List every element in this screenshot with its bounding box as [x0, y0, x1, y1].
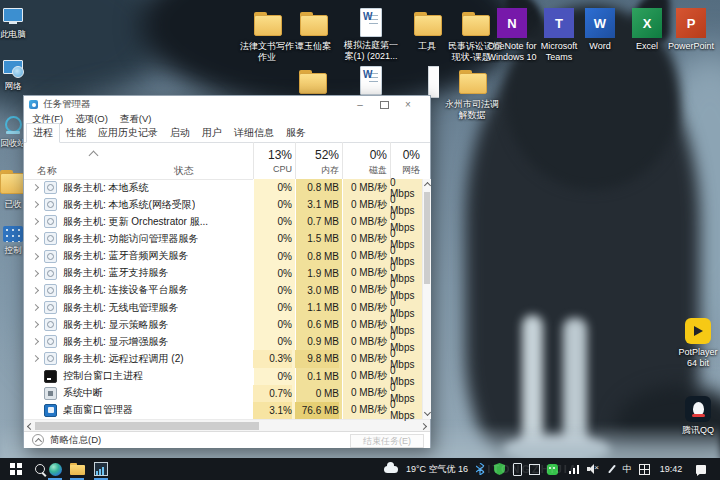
- process-row[interactable]: 系统中断 0.7% 0 MB 0 MB/秒 0 Mbps: [24, 385, 422, 402]
- vertical-scroll-thumb[interactable]: [424, 192, 430, 284]
- desktop-icon[interactable]: W: [343, 66, 399, 98]
- cpu-value: 0%: [253, 213, 292, 230]
- desktop-icon-label: 模拟法庭第一 案(1) (2021...: [344, 40, 398, 62]
- expand-chevron-icon[interactable]: [32, 201, 39, 208]
- process-row[interactable]: 服务主机: 功能访问管理器服务 0% 1.5 MB 0 MB/秒 0 Mbps: [24, 230, 422, 247]
- desktop-icon-label: Word: [589, 41, 610, 52]
- minimize-button[interactable]: –: [348, 96, 372, 113]
- desktop-icon[interactable]: PotPlayer 64 bit: [672, 318, 720, 369]
- expand-chevron-icon[interactable]: [32, 270, 39, 277]
- desktop-icon-image: [685, 318, 711, 344]
- title-bar[interactable]: 任务管理器 – ×: [24, 96, 430, 113]
- scroll-up-icon[interactable]: [424, 182, 431, 189]
- memory-value: 9.8 MB: [295, 350, 339, 367]
- process-icon: [44, 301, 57, 314]
- disk-value: 0 MB/秒: [342, 350, 387, 367]
- process-row[interactable]: 服务主机: 显示策略服务 0% 0.6 MB 0 MB/秒 0 Mbps: [24, 316, 422, 333]
- desktop-icon[interactable]: W 模拟法庭第一 案(1) (2021...: [343, 8, 399, 62]
- desktop-icon[interactable]: 腾讯QQ: [672, 396, 720, 436]
- column-header-disk[interactable]: 磁盘: [342, 164, 387, 177]
- clock[interactable]: 19:42: [654, 458, 688, 480]
- desktop-icon[interactable]: 谭玉仙案: [285, 8, 341, 52]
- memory-total-percent[interactable]: 52%: [295, 148, 339, 162]
- tab[interactable]: 进程: [26, 123, 60, 143]
- process-row[interactable]: 服务主机: 显示增强服务 0% 0.9 MB 0 MB/秒 0 Mbps: [24, 333, 422, 350]
- volume-tray[interactable]: ×: [585, 458, 601, 480]
- expand-chevron-icon[interactable]: [32, 287, 39, 294]
- cpu-total-percent[interactable]: 13%: [253, 148, 292, 162]
- expand-chevron-icon[interactable]: [32, 355, 39, 362]
- expand-chevron-icon[interactable]: [32, 218, 39, 225]
- cpu-value: 0.3%: [253, 350, 292, 367]
- pen-tray[interactable]: [606, 458, 618, 480]
- tab[interactable]: 详细信息: [228, 124, 280, 142]
- column-header-cpu[interactable]: CPU: [253, 164, 292, 174]
- tab[interactable]: 服务: [280, 124, 312, 142]
- desktop-icon[interactable]: 网络: [0, 60, 26, 91]
- process-icon: [44, 352, 57, 365]
- close-button[interactable]: ×: [396, 96, 420, 113]
- cpu-value: 0%: [253, 265, 292, 282]
- ime-mode-button[interactable]: 中: [620, 458, 634, 480]
- expand-chevron-icon[interactable]: [32, 184, 39, 191]
- process-name: 服务主机: 本地系统(网络受限): [63, 198, 195, 212]
- column-header-status[interactable]: 状态: [174, 164, 194, 178]
- expand-chevron-icon[interactable]: [32, 321, 39, 328]
- process-row[interactable]: 服务主机: 蓝牙音频网关服务 0% 0.8 MB 0 MB/秒 0 Mbps: [24, 248, 422, 265]
- tab[interactable]: 用户: [196, 124, 228, 142]
- process-row[interactable]: 服务主机: 连接设备平台服务 0% 3.0 MB 0 MB/秒 0 Mbps: [24, 282, 422, 299]
- process-row[interactable]: 服务主机: 本地系统(网络受限) 0% 3.1 MB 0 MB/秒 0 Mbps: [24, 196, 422, 213]
- start-button[interactable]: [4, 458, 28, 480]
- scroll-left-icon[interactable]: [27, 423, 34, 430]
- disk-total-percent[interactable]: 0%: [342, 148, 387, 162]
- desktop-icon-label: OneNote for Windows 10: [487, 41, 536, 63]
- process-row[interactable]: 桌面窗口管理器 3.1% 76.6 MB 0 MB/秒 0 Mbps: [24, 402, 422, 419]
- process-icon: [44, 387, 57, 400]
- desktop-icon[interactable]: 此电脑: [0, 8, 26, 39]
- weather-info[interactable]: 19°C 空气优 16: [401, 458, 473, 480]
- desktop-icon-label: 永州市司法调 解数据: [445, 99, 499, 121]
- scroll-right-icon[interactable]: [420, 423, 427, 430]
- process-row[interactable]: 控制台窗口主进程 0% 0.1 MB 0 MB/秒 0 Mbps: [24, 368, 422, 385]
- column-header-name[interactable]: 名称: [37, 164, 57, 178]
- scroll-down-icon[interactable]: [424, 409, 431, 416]
- column-header-memory[interactable]: 内存: [295, 164, 339, 177]
- process-row[interactable]: 服务主机: 蓝牙支持服务 0% 1.9 MB 0 MB/秒 0 Mbps: [24, 265, 422, 282]
- expand-chevron-icon[interactable]: [32, 338, 39, 345]
- vertical-scrollbar[interactable]: [422, 179, 431, 419]
- desktop-icon[interactable]: P PowerPoint: [663, 8, 719, 52]
- process-row[interactable]: 服务主机: 本地系统 0% 0.8 MB 0 MB/秒 0 Mbps: [24, 179, 422, 196]
- tab[interactable]: 性能: [60, 124, 92, 142]
- horizontal-scroll-thumb[interactable]: [35, 422, 259, 430]
- expand-chevron-icon[interactable]: [32, 304, 39, 311]
- weather-tray-icon[interactable]: [382, 458, 400, 480]
- tab[interactable]: 应用历史记录: [92, 124, 164, 142]
- taskbar-edge[interactable]: [47, 458, 63, 480]
- process-row[interactable]: 服务主机: 更新 Orchestrator 服... 0% 0.7 MB 0 M…: [24, 213, 422, 230]
- details-toggle-icon[interactable]: [32, 434, 44, 446]
- column-header-network[interactable]: 网络: [384, 164, 420, 177]
- details-toggle-label[interactable]: 简略信息(D): [50, 434, 101, 447]
- time-text: 19:42: [660, 464, 683, 474]
- keyboard-tray[interactable]: [637, 458, 651, 480]
- process-row[interactable]: 服务主机: 远程过程调用 (2) 0.3% 9.8 MB 0 MB/秒 0 Mb…: [24, 350, 422, 367]
- cpu-value: 0%: [253, 179, 292, 196]
- taskbar-task-manager[interactable]: [93, 458, 109, 480]
- desktop-icon[interactable]: 永州市司法调 解数据: [444, 66, 500, 121]
- memory-value: 1.5 MB: [295, 230, 339, 247]
- tab[interactable]: 启动: [164, 124, 196, 142]
- end-task-button[interactable]: 结束任务(E): [350, 434, 424, 448]
- process-name: 服务主机: 功能访问管理器服务: [63, 232, 199, 246]
- process-icon: [44, 335, 57, 348]
- memory-value: 1.1 MB: [295, 299, 339, 316]
- expand-chevron-icon[interactable]: [32, 235, 39, 242]
- maximize-button[interactable]: [372, 96, 396, 113]
- network-total-percent[interactable]: 0%: [384, 148, 420, 162]
- app-letter: W: [363, 69, 372, 80]
- process-icon: [44, 318, 57, 331]
- notification-center-button[interactable]: [691, 458, 711, 480]
- process-row[interactable]: 服务主机: 无线电管理服务 0% 1.1 MB 0 MB/秒 0 Mbps: [24, 299, 422, 316]
- expand-chevron-icon[interactable]: [32, 253, 39, 260]
- taskbar-file-explorer[interactable]: [69, 458, 85, 480]
- desktop-icon-image: [457, 66, 487, 96]
